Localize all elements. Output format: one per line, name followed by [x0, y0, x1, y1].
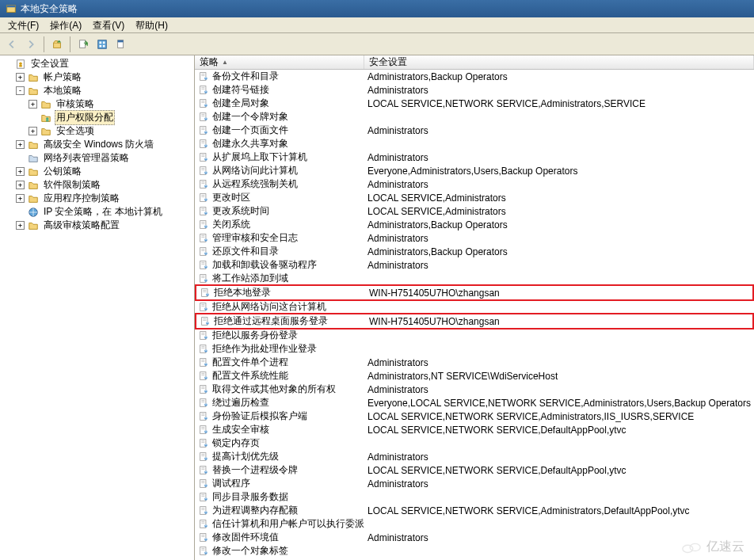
svg-rect-161 — [205, 457, 206, 459]
policy-row[interactable]: 拒绝以服务身份登录 — [195, 329, 754, 342]
policy-icon — [198, 98, 209, 109]
policy-row[interactable]: 创建一个页面文件Administrators — [195, 124, 754, 137]
policy-icon — [198, 546, 209, 557]
policy-row[interactable]: 更改时区LOCAL SERVICE,Administrators — [195, 191, 754, 204]
menu-help[interactable]: 帮助(H) — [131, 18, 173, 32]
policy-row[interactable]: 从远程系统强制关机Administrators — [195, 177, 754, 191]
tree-root[interactable]: 安全设置 — [3, 57, 194, 70]
policy-row[interactable]: 还原文件和目录Administrators,Backup Operators — [195, 245, 754, 258]
policy-row[interactable]: 创建永久共享对象 — [195, 137, 754, 150]
tree-expander[interactable]: + — [29, 127, 37, 135]
tree-item[interactable]: +应用程序控制策略 — [16, 192, 194, 205]
policy-row[interactable]: 生成安全审核LOCAL SERVICE,NETWORK SERVICE,Defa… — [195, 423, 754, 436]
tree-expander[interactable]: + — [16, 221, 25, 230]
tree-expander[interactable]: + — [16, 181, 25, 189]
ip-policy-icon — [27, 206, 40, 219]
policy-row[interactable]: 备份文件和目录Administrators,Backup Operators — [195, 70, 754, 83]
tree-item[interactable]: +安全选项 — [29, 124, 194, 138]
svg-rect-64 — [201, 196, 204, 197]
tree-item[interactable]: +帐户策略 — [16, 70, 194, 84]
policy-row[interactable]: 提高计划优先级Administrators — [195, 450, 754, 463]
svg-rect-181 — [205, 511, 206, 512]
policy-row[interactable]: 配置文件单个进程Administrators — [195, 356, 754, 369]
policy-row[interactable]: 管理审核和安全日志Administrators — [195, 231, 754, 245]
tree-expander[interactable]: + — [16, 167, 25, 176]
column-setting[interactable]: 安全设置 — [364, 55, 754, 69]
policy-row[interactable]: 取得文件或其他对象的所有权Administrators — [195, 383, 754, 396]
policy-row[interactable]: 创建一个令牌对象 — [195, 110, 754, 124]
policy-name: 拒绝从网络访问这台计算机 — [212, 300, 326, 314]
forward-button[interactable] — [22, 36, 40, 53]
policy-row[interactable]: 修改固件环境值Administrators — [195, 531, 754, 544]
svg-rect-74 — [201, 223, 204, 224]
policy-row[interactable]: 为进程调整内存配额LOCAL SERVICE,NETWORK SERVICE,A… — [195, 504, 754, 517]
policy-row[interactable]: 关闭系统Administrators,Backup Operators — [195, 218, 754, 231]
tree-item[interactable]: +高级安全 Windows 防火墙 — [16, 138, 194, 151]
policy-row[interactable]: 拒绝作为批处理作业登录 — [195, 342, 754, 356]
policy-row[interactable]: 创建全局对象LOCAL SERVICE,NETWORK SERVICE,Admi… — [195, 97, 754, 110]
policy-row[interactable]: 替换一个进程级令牌LOCAL SERVICE,NETWORK SERVICE,D… — [195, 463, 754, 477]
policy-row[interactable]: 绕过遍历检查Everyone,LOCAL SERVICE,NETWORK SER… — [195, 396, 754, 410]
up-button[interactable] — [48, 36, 66, 53]
policy-name-cell: 备份文件和目录 — [195, 70, 364, 83]
policy-row[interactable]: 拒绝本地登录WIN-H751405U7HO\zhangsan — [196, 286, 752, 299]
policy-row[interactable]: 从扩展坞上取下计算机Administrators — [195, 150, 754, 164]
svg-rect-134 — [201, 388, 204, 389]
help-button[interactable] — [112, 36, 130, 53]
policy-name-cell: 还原文件和目录 — [195, 245, 364, 258]
tree-item[interactable]: 用户权限分配 — [29, 111, 194, 124]
list-header: 策略 ▲ 安全设置 — [195, 55, 754, 70]
tree-item[interactable]: +软件限制策略 — [16, 178, 194, 192]
tree-expander[interactable]: + — [16, 73, 25, 82]
policy-name-cell: 信任计算机和用户帐户可以执行委派 — [195, 517, 364, 531]
policy-row[interactable]: 拒绝通过远程桌面服务登录WIN-H751405U7HO\zhangsan — [196, 314, 752, 328]
policy-row[interactable]: 加载和卸载设备驱动程序Administrators — [195, 258, 754, 272]
tree-item[interactable]: IP 安全策略，在 本地计算机 — [16, 205, 194, 219]
user-rights-icon — [40, 112, 52, 124]
policy-name-cell: 为进程调整内存配额 — [195, 504, 364, 517]
tree-view[interactable]: 安全设置 +帐户策略-本地策略+审核策略用户权限分配+安全选项+高级安全 Win… — [0, 55, 195, 560]
policy-row[interactable]: 信任计算机和用户帐户可以执行委派 — [195, 517, 754, 531]
policy-row[interactable]: 身份验证后模拟客户端LOCAL SERVICE,NETWORK SERVICE,… — [195, 410, 754, 423]
export-button[interactable] — [74, 36, 92, 53]
tree-item[interactable]: +高级审核策略配置 — [16, 219, 194, 232]
policy-name-cell: 拒绝本地登录 — [196, 286, 366, 299]
policy-row[interactable]: 创建符号链接Administrators — [195, 83, 754, 97]
svg-rect-104 — [201, 306, 204, 307]
policy-row[interactable]: 从网络访问此计算机Everyone,Administrators,Users,B… — [195, 164, 754, 177]
policy-name-cell: 管理审核和安全日志 — [195, 231, 364, 245]
policy-row[interactable]: 同步目录服务数据 — [195, 490, 754, 504]
folder-icon — [27, 219, 40, 232]
tree-item[interactable]: +公钥策略 — [16, 165, 194, 178]
policy-row[interactable]: 拒绝从网络访问这台计算机 — [195, 300, 754, 314]
policy-row[interactable]: 修改一个对象标签 — [195, 544, 754, 558]
policy-name-cell: 拒绝从网络访问这台计算机 — [195, 300, 364, 314]
menu-file[interactable]: 文件(F) — [3, 18, 44, 32]
tree-expander[interactable]: + — [29, 100, 37, 109]
tree-expander[interactable]: + — [16, 194, 25, 203]
tree-expander[interactable]: - — [16, 86, 25, 95]
policy-name: 拒绝本地登录 — [214, 286, 271, 299]
svg-rect-54 — [201, 170, 204, 170]
policy-row[interactable]: 锁定内存页 — [195, 436, 754, 450]
menu-view[interactable]: 查看(V) — [88, 18, 129, 32]
back-button[interactable] — [3, 36, 21, 53]
tree-item[interactable]: 网络列表管理器策略 — [16, 151, 194, 165]
tree-item[interactable]: +审核策略 — [29, 97, 194, 111]
policy-name: 更改系统时间 — [212, 204, 269, 218]
policy-row[interactable]: 更改系统时间LOCAL SERVICE,Administrators — [195, 204, 754, 218]
column-policy[interactable]: 策略 ▲ — [195, 55, 364, 69]
refresh-button[interactable] — [93, 36, 111, 53]
menu-action[interactable]: 操作(A) — [45, 18, 86, 32]
policy-list[interactable]: 策略 ▲ 安全设置 备份文件和目录Administrators,Backup O… — [195, 55, 754, 560]
svg-rect-23 — [201, 87, 204, 88]
svg-rect-2 — [54, 43, 61, 48]
policy-setting-cell: LOCAL SERVICE,NETWORK SERVICE,DefaultApp… — [364, 425, 754, 436]
policy-row[interactable]: 将工作站添加到域 — [195, 272, 754, 285]
tree-item[interactable]: -本地策略 — [16, 84, 194, 97]
tree-expander[interactable]: + — [16, 140, 25, 149]
policy-row[interactable]: 调试程序Administrators — [195, 477, 754, 490]
policy-row[interactable]: 配置文件系统性能Administrators,NT SERVICE\WdiSer… — [195, 369, 754, 383]
svg-rect-139 — [201, 402, 204, 402]
svg-rect-31 — [205, 104, 206, 105]
